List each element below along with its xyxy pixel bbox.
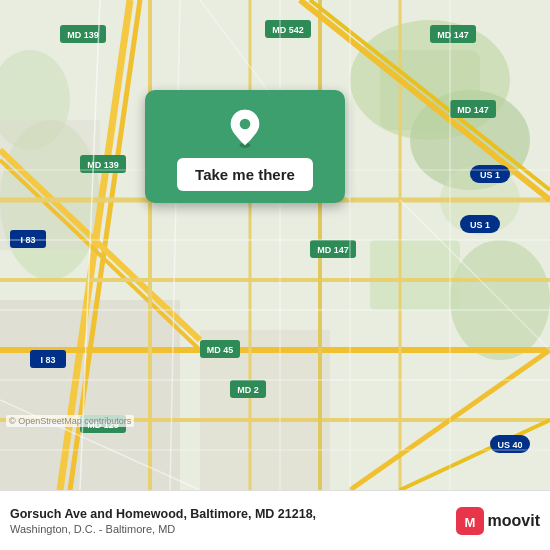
- map-container: MD 139 MD 139 MD 542 MD 147 MD 147 MD 14…: [0, 0, 550, 490]
- moovit-wordmark: moovit: [488, 512, 540, 530]
- svg-text:MD 147: MD 147: [437, 30, 469, 40]
- osm-credit: © OpenStreetMap contributors: [6, 415, 134, 427]
- map-card[interactable]: Take me there: [145, 90, 345, 203]
- svg-point-71: [240, 119, 251, 130]
- svg-text:US 1: US 1: [470, 220, 490, 230]
- svg-text:MD 139: MD 139: [67, 30, 99, 40]
- moovit-logo: M moovit: [456, 507, 540, 535]
- svg-text:I 83: I 83: [40, 355, 55, 365]
- location-pin-icon: [225, 108, 265, 148]
- svg-rect-8: [370, 240, 460, 310]
- svg-text:MD 542: MD 542: [272, 25, 304, 35]
- location-line1: Gorsuch Ave and Homewood, Baltimore, MD …: [10, 506, 456, 522]
- moovit-icon: M: [456, 507, 484, 535]
- bottom-bar: Gorsuch Ave and Homewood, Baltimore, MD …: [0, 490, 550, 550]
- svg-text:MD 147: MD 147: [317, 245, 349, 255]
- svg-text:MD 139: MD 139: [87, 160, 119, 170]
- svg-text:US 1: US 1: [480, 170, 500, 180]
- svg-rect-9: [0, 300, 180, 490]
- take-me-there-button[interactable]: Take me there: [177, 158, 313, 191]
- svg-text:MD 2: MD 2: [237, 385, 259, 395]
- location-line2: Washington, D.C. - Baltimore, MD: [10, 523, 456, 535]
- svg-text:M: M: [464, 514, 475, 529]
- location-info: Gorsuch Ave and Homewood, Baltimore, MD …: [10, 506, 456, 534]
- svg-text:MD 147: MD 147: [457, 105, 489, 115]
- svg-text:MD 45: MD 45: [207, 345, 234, 355]
- svg-text:US 40: US 40: [497, 440, 522, 450]
